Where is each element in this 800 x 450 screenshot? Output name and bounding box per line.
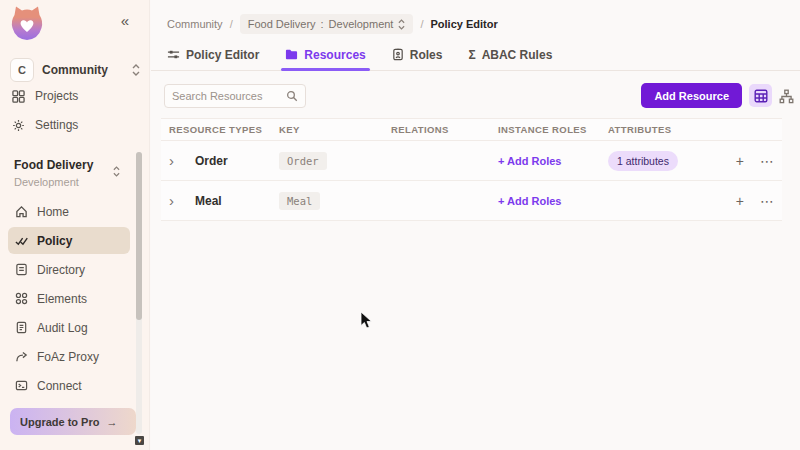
- sidebar-item-label: Directory: [37, 263, 85, 277]
- connect-terminal-icon: [15, 379, 28, 392]
- tab-label: Resources: [304, 48, 365, 62]
- tabs-bar: Policy Editor Resources Roles Σ ABAC Rul…: [151, 41, 800, 71]
- table-header-row: RESOURCE TYPES KEY RELATIONS INSTANCE RO…: [161, 118, 782, 141]
- policy-icon: [15, 234, 28, 247]
- tab-roles[interactable]: Roles: [392, 41, 443, 70]
- resource-name[interactable]: Meal: [195, 194, 279, 208]
- expand-chevron-icon[interactable]: ›: [169, 193, 195, 208]
- more-options-icon[interactable]: ⋯: [760, 154, 774, 168]
- chevron-updown-icon: [113, 166, 120, 177]
- workspace-avatar: C: [10, 58, 34, 82]
- sidebar-item-connect[interactable]: Connect: [8, 372, 130, 399]
- resource-name[interactable]: Order: [195, 154, 279, 168]
- arrow-right-icon: →: [106, 416, 117, 428]
- chevron-updown-icon: [398, 19, 405, 30]
- sidebar-item-settings[interactable]: Settings: [12, 118, 78, 132]
- chevron-updown-icon: [132, 64, 140, 76]
- breadcrumb-env: Development: [329, 18, 394, 30]
- table-view-toggle-button[interactable]: [749, 84, 772, 107]
- audit-log-icon: [15, 321, 28, 334]
- id-badge-icon: [392, 48, 404, 61]
- permit-logo-icon: [10, 5, 44, 41]
- tab-label: Roles: [410, 48, 443, 62]
- breadcrumb-environment-selector[interactable]: Food Delivery : Development: [240, 14, 414, 34]
- sidebar-item-elements[interactable]: Elements: [8, 285, 130, 312]
- more-options-icon[interactable]: ⋯: [760, 194, 774, 208]
- column-header-resource-types: RESOURCE TYPES: [169, 124, 279, 135]
- sidebar-item-label: Projects: [35, 89, 78, 103]
- sidebar-item-label: FoAz Proxy: [37, 350, 99, 364]
- resource-key-badge: Order: [279, 152, 327, 170]
- add-row-icon[interactable]: +: [736, 154, 744, 168]
- main-content: Community / Food Delivery : Development …: [151, 0, 800, 450]
- projects-grid-icon: [12, 90, 25, 103]
- scroll-down-button[interactable]: ▾: [135, 436, 144, 445]
- sidebar-item-label: Elements: [37, 292, 87, 306]
- add-roles-link[interactable]: + Add Roles: [498, 155, 608, 167]
- resources-table: RESOURCE TYPES KEY RELATIONS INSTANCE RO…: [161, 118, 782, 221]
- table-row-meal: › Meal Meal + Add Roles + ⋯: [161, 181, 782, 221]
- sidebar-item-label: Home: [37, 205, 69, 219]
- add-row-icon[interactable]: +: [736, 194, 744, 208]
- sidebar-item-foaz-proxy[interactable]: FoAz Proxy: [8, 343, 130, 370]
- breadcrumb-workspace[interactable]: Community: [167, 18, 223, 30]
- sidebar-item-label: Policy: [37, 234, 72, 248]
- breadcrumb: Community / Food Delivery : Development …: [167, 14, 498, 34]
- directory-icon: [15, 263, 28, 276]
- row-actions: + ⋯: [708, 194, 774, 208]
- sidebar-item-policy[interactable]: Policy: [8, 227, 130, 254]
- project-selector[interactable]: Food Delivery Development: [14, 158, 136, 188]
- workspace-selector[interactable]: C Community: [10, 58, 140, 82]
- tab-policy-editor[interactable]: Policy Editor: [167, 41, 259, 70]
- workspace-name: Community: [42, 63, 124, 77]
- add-resource-button[interactable]: Add Resource: [641, 83, 742, 108]
- elements-icon: [15, 292, 28, 305]
- column-header-relations: RELATIONS: [391, 124, 498, 135]
- sidebar-collapse-button[interactable]: «: [121, 12, 127, 29]
- sidebar-item-label: Connect: [37, 379, 82, 393]
- sidebar: « C Community Projects Settings Food Del…: [0, 0, 150, 450]
- upgrade-label: Upgrade to Pro: [20, 416, 99, 428]
- search-icon: [286, 90, 298, 102]
- foaz-proxy-icon: [15, 350, 28, 363]
- sidebar-item-label: Audit Log: [37, 321, 88, 335]
- add-roles-link[interactable]: + Add Roles: [498, 195, 608, 207]
- tab-abac-rules[interactable]: Σ ABAC Rules: [468, 41, 552, 70]
- sidebar-item-label: Settings: [35, 118, 78, 132]
- breadcrumb-colon: :: [321, 18, 324, 30]
- home-icon: [15, 205, 28, 218]
- tab-label: ABAC Rules: [482, 48, 553, 62]
- expand-chevron-icon[interactable]: ›: [169, 153, 195, 168]
- folder-icon: [285, 48, 298, 61]
- project-environment: Development: [14, 176, 136, 188]
- resource-key-badge: Meal: [279, 192, 320, 210]
- column-header-key: KEY: [279, 124, 391, 135]
- breadcrumb-separator: /: [420, 18, 423, 30]
- column-header-attributes: ATTRIBUTES: [608, 124, 708, 135]
- sliders-icon: [167, 48, 180, 61]
- graph-view-toggle-button[interactable]: [776, 86, 796, 106]
- table-row-order: › Order Order + Add Roles 1 attributes +…: [161, 141, 782, 181]
- row-actions: + ⋯: [708, 154, 774, 168]
- sidebar-scrollbar-thumb[interactable]: [136, 152, 142, 320]
- sidebar-item-projects[interactable]: Projects: [12, 89, 78, 103]
- tab-resources[interactable]: Resources: [285, 41, 365, 70]
- search-resources-box: [164, 84, 306, 108]
- sidebar-item-directory[interactable]: Directory: [8, 256, 130, 283]
- column-header-instance-roles: INSTANCE ROLES: [498, 124, 608, 135]
- sidebar-item-audit-log[interactable]: Audit Log: [8, 314, 130, 341]
- sidebar-scrollbar[interactable]: [136, 152, 142, 434]
- settings-gear-icon: [12, 119, 25, 132]
- sidebar-nav: Home Policy Directory Elements Audit Log: [8, 198, 130, 399]
- tab-label: Policy Editor: [186, 48, 259, 62]
- upgrade-to-pro-button[interactable]: Upgrade to Pro →: [10, 408, 136, 435]
- breadcrumb-project: Food Delivery: [248, 18, 316, 30]
- attributes-badge[interactable]: 1 attributes: [608, 151, 678, 171]
- search-resources-input[interactable]: [172, 90, 286, 102]
- sidebar-item-home[interactable]: Home: [8, 198, 130, 225]
- breadcrumb-separator: /: [230, 18, 233, 30]
- sigma-icon: Σ: [468, 48, 475, 62]
- breadcrumb-page: Policy Editor: [431, 18, 498, 30]
